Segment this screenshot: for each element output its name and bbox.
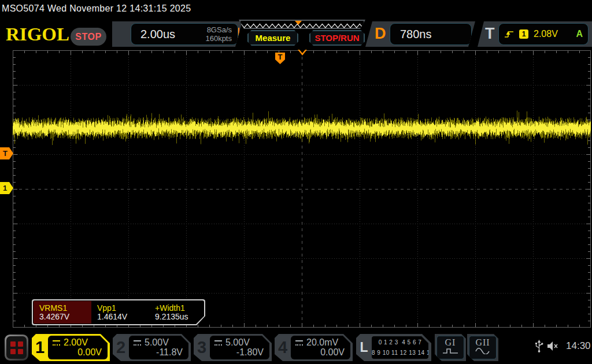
measurement-item[interactable]: VRMS1 3.4267V (34, 301, 91, 324)
rising-edge-trigger-icon (504, 30, 514, 38)
dc-coupling-icon (295, 340, 303, 346)
measurement-value: 9.2135us (155, 312, 188, 321)
waveform-overview (240, 21, 364, 28)
acquisition-status-badge: STOP (71, 28, 106, 46)
channel-1-offset: 0.00V (77, 347, 102, 358)
measurement-name: VRMS1 (39, 303, 67, 313)
rigol-logo: RIGOL (6, 25, 69, 45)
trigger-source-badge: 1 (519, 29, 528, 39)
trigger-label: T (485, 25, 495, 43)
channel-2-button[interactable]: 2 5.00V -11.8V (113, 334, 191, 361)
channel-4-panel: 20.0mV 0.00V (291, 336, 350, 359)
delay-label: D (375, 25, 386, 43)
channel-4-button[interactable]: 4 20.0mV 0.00V (275, 334, 353, 361)
channel-1-number: 1 (32, 334, 48, 361)
channel-2-scale: 5.00V (145, 337, 169, 348)
channel-3-number: 3 (194, 334, 210, 361)
channel-1-ground-marker[interactable]: 1 (0, 182, 13, 194)
waveform-canvas (13, 50, 591, 328)
generator-1-panel: GI (436, 336, 464, 359)
channel-1-panel: 2.00V 0.00V (48, 336, 108, 359)
sample-rate-memory-depth: 8GSa/s 160kpts (205, 25, 232, 43)
channel-1-scale: 2.00V (64, 337, 88, 348)
delay-settings-block[interactable]: D 780ns (365, 21, 475, 47)
measurement-name: +Width1 (155, 303, 185, 313)
sample-rate: 8GSa/s (205, 25, 232, 34)
menu-grid-icon (6, 336, 27, 359)
pulse-icon (437, 346, 464, 356)
dc-coupling-icon (53, 340, 60, 346)
waveform-position-bar[interactable] (239, 20, 365, 29)
oscilloscope-screen: { "title_bar": { "text": "MSO5074 Wed No… (0, 0, 592, 364)
trigger-sweep-mode: A (576, 29, 583, 39)
dc-coupling-icon (134, 340, 141, 346)
trigger-settings-block[interactable]: T 1 2.08V A (478, 21, 592, 47)
memory-depth: 160kpts (205, 34, 232, 43)
measurement-panel-body: VRMS1 3.4267V Vpp1 1.4614V +Width1 9.213… (33, 300, 204, 324)
horizontal-panel: 2.00us 8GSa/s 160kpts (131, 23, 238, 45)
measurement-name: Vpp1 (97, 303, 116, 313)
digital-channels-row1: 0 1 2 3 4 5 6 7 (372, 339, 428, 346)
channel-3-button[interactable]: 3 5.00V -1.80V (194, 334, 272, 361)
waveform-display-area[interactable] (13, 50, 591, 328)
channel-4-number: 4 (275, 334, 291, 361)
trigger-level-value: 2.08V (534, 29, 558, 39)
waveform-overview-zigzag (240, 22, 364, 29)
generator-2-button[interactable]: GII (467, 334, 498, 361)
logic-analyzer-button[interactable]: L 0 1 2 3 4 5 6 7 8 9 10 11 12 13 14 15 (356, 334, 431, 361)
measurement-item[interactable]: +Width1 9.2135us (149, 301, 203, 324)
measurement-panel[interactable]: VRMS1 3.4267V Vpp1 1.4614V +Width1 9.213… (32, 299, 205, 325)
measurement-item[interactable]: Vpp1 1.4614V (91, 301, 149, 324)
screenshot-caption: MSO5074 Wed November 12 14:31:15 2025 (2, 3, 191, 14)
usb-device-icon (535, 340, 543, 355)
stop-run-button[interactable]: STOP/RUN (309, 30, 365, 46)
channel-2-panel: 5.00V -11.8V (129, 336, 188, 359)
trigger-position-in-memory-icon (295, 21, 302, 25)
timebase-scale: 2.00us (140, 28, 175, 41)
dc-coupling-icon (214, 340, 222, 346)
channel-2-number: 2 (113, 334, 129, 361)
digital-channels-row2: 8 9 10 11 12 13 14 15 (372, 350, 428, 356)
delay-panel: 780ns (390, 23, 472, 45)
horizontal-settings-block[interactable]: H 2.00us 8GSa/s 160kpts (112, 21, 242, 47)
measurement-value: 3.4267V (39, 312, 69, 321)
speaker-muted-icon (547, 340, 560, 354)
main-menu-button[interactable] (5, 335, 28, 361)
measure-button[interactable]: Measure (247, 30, 298, 46)
delay-value: 780ns (400, 28, 432, 41)
measurement-value: 1.4614V (97, 312, 127, 321)
channel-4-offset: 0.00V (320, 347, 345, 358)
sine-icon (469, 346, 496, 356)
channel-3-offset: -1.80V (236, 347, 264, 358)
clock: 14:30 (566, 340, 591, 352)
logic-analyzer-label: L (356, 334, 372, 361)
channel-4-scale: 20.0mV (306, 337, 338, 348)
channel-1-button[interactable]: 1 2.00V 0.00V (32, 334, 110, 361)
generator-2-panel: GII (469, 336, 497, 359)
trigger-level-marker[interactable]: T (0, 147, 13, 159)
channel-2-offset: -11.8V (156, 347, 183, 358)
generator-1-button[interactable]: GI (435, 334, 466, 361)
digital-channels-panel: 0 1 2 3 4 5 6 7 8 9 10 11 12 13 14 15 (372, 336, 428, 359)
trigger-panel: 1 2.08V A (498, 23, 589, 45)
channel-3-scale: 5.00V (225, 337, 250, 348)
channel-3-panel: 5.00V -1.80V (210, 336, 269, 359)
